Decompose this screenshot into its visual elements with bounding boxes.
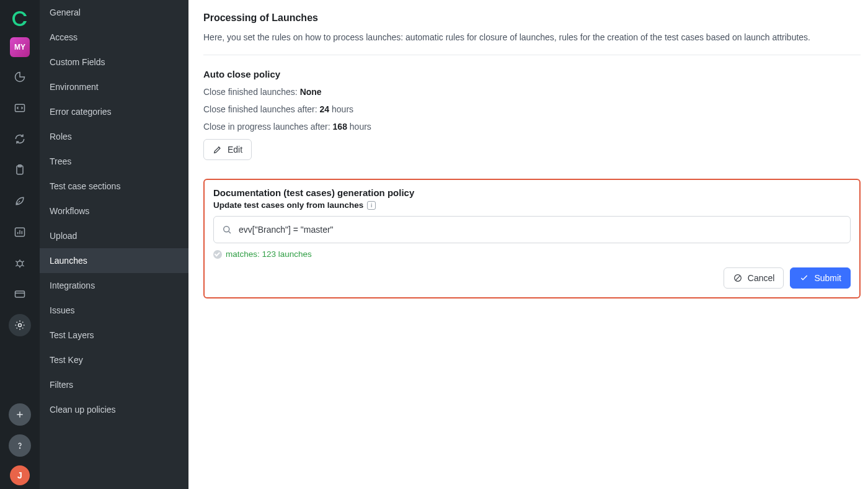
sidebar-item-label: Integrations (50, 280, 95, 290)
matches-text: matches: 123 launches (226, 249, 312, 259)
sidebar-item-clean-up-policies[interactable]: Clean up policies (40, 397, 188, 422)
sidebar-item-workflows[interactable]: Workflows (40, 199, 188, 223)
bug-icon[interactable] (9, 252, 31, 274)
check-icon (213, 250, 222, 259)
sidebar-item-test-key[interactable]: Test Key (40, 348, 188, 372)
sidebar-item-label: Workflows (50, 206, 89, 216)
svg-rect-0 (16, 104, 25, 112)
analytics-icon[interactable] (9, 66, 31, 88)
edit-button[interactable]: Edit (203, 139, 252, 160)
doc-policy-sublabel: Update test cases only from launches i (213, 200, 851, 210)
chart-icon[interactable] (9, 221, 31, 243)
divider (203, 55, 861, 55)
sublabel-text: Update test cases only from launches (213, 200, 363, 210)
main-content: Processing of Launches Here, you set the… (188, 0, 868, 489)
matches-status: matches: 123 launches (213, 249, 851, 259)
sidebar-item-test-case-sections[interactable]: Test case sections (40, 174, 188, 199)
add-icon[interactable] (9, 403, 31, 426)
submit-button[interactable]: Submit (790, 267, 851, 289)
sidebar-item-error-categories[interactable]: Error categories (40, 99, 188, 124)
label: Close in progress launches after: (203, 122, 333, 132)
page-title: Processing of Launches (203, 12, 861, 24)
label: Close finished launches: (203, 87, 300, 97)
clipboard-icon[interactable] (9, 159, 31, 181)
sidebar-item-label: Environment (50, 82, 99, 92)
auto-close-heading: Auto close policy (203, 69, 861, 79)
sidebar-item-integrations[interactable]: Integrations (40, 273, 188, 298)
card-icon[interactable] (9, 283, 31, 305)
pencil-icon (213, 145, 223, 155)
sidebar-item-issues[interactable]: Issues (40, 298, 188, 323)
label: Close finished launches after: (203, 104, 320, 114)
settings-sidebar: General Access Custom Fields Environment… (40, 0, 188, 489)
sidebar-item-label: Roles (50, 132, 72, 141)
value: 24 (320, 104, 330, 114)
svg-point-7 (19, 447, 20, 448)
cancel-icon (733, 273, 743, 283)
sidebar-item-label: General (50, 7, 81, 17)
value: 168 (333, 122, 347, 132)
info-icon[interactable]: i (367, 201, 376, 210)
sidebar-item-trees[interactable]: Trees (40, 149, 188, 174)
sidebar-item-label: Clean up policies (50, 405, 116, 415)
search-icon (221, 224, 232, 235)
sidebar-item-label: Custom Fields (50, 57, 105, 67)
sidebar-item-label: Test Key (50, 355, 83, 365)
sidebar-item-general[interactable]: General (40, 0, 188, 25)
sidebar-item-label: Error categories (50, 107, 112, 117)
rocket-icon[interactable] (9, 190, 31, 212)
doc-policy-heading: Documentation (test cases) generation po… (213, 187, 851, 198)
auto-close-finished: Close finished launches: None (203, 87, 861, 97)
auto-close-inprogress-after: Close in progress launches after: 168 ho… (203, 122, 861, 132)
user-avatar[interactable]: J (10, 465, 30, 485)
sidebar-item-label: Test Layers (50, 330, 94, 340)
suffix: hours (329, 104, 353, 114)
sidebar-item-test-layers[interactable]: Test Layers (40, 323, 188, 348)
icon-rail: MY (0, 0, 40, 489)
svg-point-4 (17, 261, 22, 266)
sidebar-item-launches[interactable]: Launches (40, 248, 188, 273)
sidebar-item-roles[interactable]: Roles (40, 124, 188, 149)
project-badge[interactable]: MY (10, 37, 30, 57)
edit-button-label: Edit (228, 145, 242, 155)
cancel-button-label: Cancel (748, 273, 775, 283)
sidebar-item-label: Access (50, 32, 78, 42)
code-icon[interactable] (9, 97, 31, 119)
submit-button-label: Submit (814, 273, 841, 283)
auto-close-finished-after: Close finished launches after: 24 hours (203, 104, 861, 114)
sidebar-item-upload[interactable]: Upload (40, 223, 188, 248)
cancel-button[interactable]: Cancel (724, 267, 784, 289)
sidebar-item-custom-fields[interactable]: Custom Fields (40, 50, 188, 74)
sidebar-item-label: Upload (50, 231, 77, 241)
app-logo[interactable] (10, 9, 30, 29)
check-icon (799, 273, 809, 283)
svg-rect-5 (16, 291, 25, 297)
doc-policy-panel: Documentation (test cases) generation po… (203, 179, 861, 298)
query-field[interactable] (213, 216, 851, 243)
help-icon[interactable] (9, 434, 31, 457)
panel-actions: Cancel Submit (213, 267, 851, 289)
refresh-icon[interactable] (9, 128, 31, 150)
settings-icon[interactable] (9, 314, 31, 336)
sidebar-item-label: Test case sections (50, 181, 120, 191)
sidebar-item-filters[interactable]: Filters (40, 372, 188, 397)
suffix: hours (347, 122, 371, 132)
page-description: Here, you set the rules on how to proces… (203, 32, 861, 42)
sidebar-item-environment[interactable]: Environment (40, 74, 188, 99)
sidebar-item-label: Launches (50, 256, 87, 266)
sidebar-item-label: Filters (50, 380, 73, 390)
sidebar-item-access[interactable]: Access (40, 25, 188, 50)
sidebar-item-label: Issues (50, 305, 74, 315)
svg-point-8 (224, 227, 229, 232)
svg-point-6 (19, 324, 22, 327)
value: None (300, 87, 322, 97)
query-input[interactable] (239, 225, 843, 235)
sidebar-item-label: Trees (50, 156, 71, 166)
